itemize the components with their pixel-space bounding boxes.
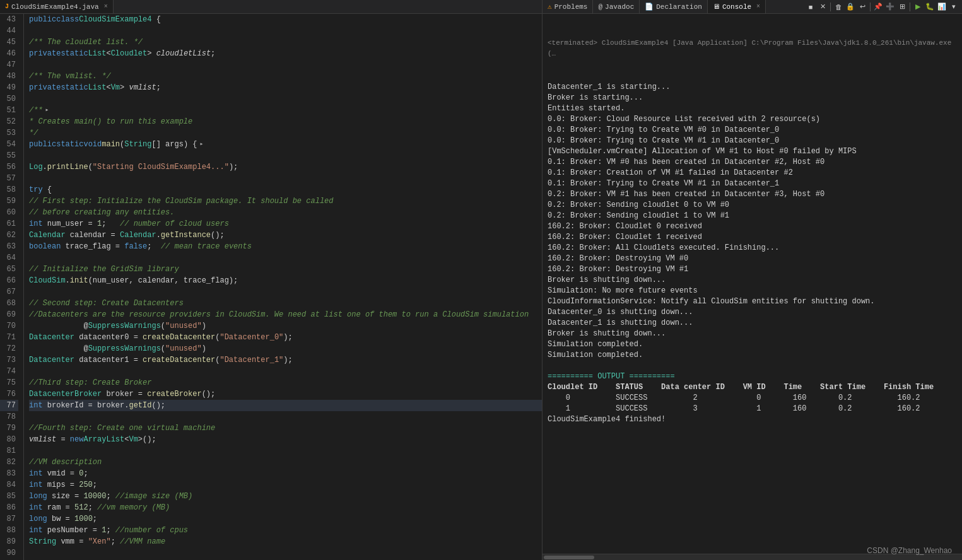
code-line: long size = 10000; //image size (MB) — [29, 491, 542, 502]
tab-javadoc[interactable]: @ Javadoc — [593, 0, 640, 13]
code-line: public class CloudSimExample4 { — [29, 14, 542, 25]
run-btn[interactable]: ▶ — [912, 1, 924, 13]
problems-icon: ⚠ — [548, 3, 552, 11]
line-number: 79 — [0, 423, 18, 434]
tab-declaration[interactable]: 📄 Declaration — [640, 0, 708, 13]
line-number: 56 — [0, 161, 18, 173]
chevron-down-btn[interactable]: ▾ — [948, 1, 959, 13]
line-number: 54 — [0, 139, 18, 150]
line-number: 84 — [0, 479, 18, 491]
console-line: 160.2: Broker: Cloudlet 1 received — [548, 232, 957, 243]
watermark: CSDN @Zhang_Wenhao — [867, 546, 952, 555]
tab-console-label: Console — [722, 3, 751, 11]
editor-tab-close[interactable]: × — [104, 3, 108, 10]
code-line: //Third step: Create Broker — [29, 377, 542, 388]
debug-btn[interactable]: 🐛 — [924, 1, 936, 13]
code-line — [29, 366, 542, 377]
open-console-btn[interactable]: ⊞ — [896, 1, 908, 13]
right-panel: ⚠ Problems @ Javadoc 📄 Declaration 🖥 Con… — [543, 0, 962, 560]
line-number: 50 — [0, 93, 18, 105]
console-line: Cloudlet ID STATUS Data center ID VM ID … — [548, 382, 957, 393]
line-number: 47 — [0, 59, 18, 71]
word-wrap-btn[interactable]: ↩ — [857, 1, 868, 13]
console-line: Broker is starting... — [548, 93, 957, 103]
line-number: 67 — [0, 286, 18, 298]
console-tab-close[interactable]: × — [756, 3, 760, 10]
tab-problems-label: Problems — [554, 3, 588, 11]
console-line: 160.2: Broker: Destroying VM #1 — [548, 264, 957, 275]
line-number: 58 — [0, 184, 18, 195]
line-number: 82 — [0, 457, 18, 468]
editor-tab-file[interactable]: J CloudSimExample4.java × — [0, 0, 114, 13]
code-line: * Creates main() to run this example — [29, 116, 542, 127]
code-line: int pesNumber = 1; //number of cpus — [29, 525, 542, 536]
code-line: //VM description — [29, 457, 542, 468]
code-line: Datacenter datacenter0 = createDatacente… — [29, 332, 542, 343]
editor-panel: J CloudSimExample4.java × 43444546474849… — [0, 0, 543, 560]
tab-problems[interactable]: ⚠ Problems — [543, 0, 593, 13]
line-number: 51 — [0, 105, 18, 116]
line-number: 53 — [0, 127, 18, 139]
console-line: 0.1: Broker: VM #0 has been created in D… — [548, 157, 957, 168]
line-number: 71 — [0, 332, 18, 343]
toolbar-sep1 — [830, 3, 831, 11]
remove-btn[interactable]: ✕ — [817, 1, 828, 13]
code-line: //Fourth step: Create one virtual machin… — [29, 423, 542, 434]
new-console-btn[interactable]: ➕ — [884, 1, 896, 13]
code-line: /**▸ — [29, 105, 542, 116]
collapse-arrow[interactable]: ▸ — [45, 105, 49, 116]
code-line: // First step: Initialize the CloudSim p… — [29, 195, 542, 207]
console-line: Broker is shutting down... — [548, 275, 957, 286]
console-output[interactable]: <terminated> CloudSimExample4 [Java Appl… — [543, 14, 962, 554]
code-line: // Second step: Create Datacenters — [29, 298, 542, 309]
code-line — [29, 445, 542, 457]
line-number: 45 — [0, 37, 18, 48]
code-line: try { — [29, 184, 542, 195]
tab-javadoc-label: Javadoc — [605, 3, 634, 11]
code-line: private static List<Cloudlet> cloudletLi… — [29, 48, 542, 59]
collapse-arrow[interactable]: ▸ — [200, 139, 204, 150]
console-line: 160.2: Broker: All Cloudlets executed. F… — [548, 243, 957, 254]
code-line: */ — [29, 127, 542, 139]
scroll-lock-btn[interactable]: 🔒 — [845, 1, 856, 13]
console-icon: 🖥 — [713, 3, 720, 11]
tab-console[interactable]: 🖥 Console × — [708, 0, 766, 13]
pin-btn[interactable]: 📌 — [872, 1, 884, 13]
console-line: 0.0: Broker: Trying to Create VM #1 in D… — [548, 136, 957, 146]
code-line — [29, 411, 542, 423]
tab-declaration-label: Declaration — [656, 3, 702, 11]
code-line: // Initialize the GridSim library — [29, 264, 542, 275]
code-content[interactable]: public class CloudSimExample4 { /** The … — [24, 14, 542, 560]
console-header: <terminated> CloudSimExample4 [Java Appl… — [548, 38, 957, 59]
scrollbar-thumb — [544, 556, 594, 559]
clear-btn[interactable]: 🗑 — [833, 1, 844, 13]
line-number: 65 — [0, 264, 18, 275]
console-line: 160.2: Broker: Destroying VM #0 — [548, 254, 957, 264]
line-number: 63 — [0, 241, 18, 252]
console-line: 160.2: Broker: Cloudlet 0 received — [548, 221, 957, 232]
code-line: /** The vmlist. */ — [29, 71, 542, 82]
line-number: 69 — [0, 309, 18, 320]
console-line: Datacenter_1 is starting... — [548, 82, 957, 93]
line-number: 86 — [0, 502, 18, 513]
line-number: 64 — [0, 252, 18, 264]
code-line: int ram = 512; //vm memory (MB) — [29, 502, 542, 513]
console-line: 0.0: Broker: Trying to Create VM #0 in D… — [548, 125, 957, 136]
profile-btn[interactable]: 📊 — [936, 1, 947, 13]
console-line: 0 SUCCESS 2 0 160 0.2 160.2 — [548, 393, 957, 404]
code-line: Calendar calendar = Calendar.getInstance… — [29, 230, 542, 241]
terminate-btn[interactable]: ■ — [805, 1, 816, 13]
code-line: private static List<Vm> vmlist; — [29, 82, 542, 93]
line-number: 60 — [0, 207, 18, 218]
code-line — [29, 59, 542, 71]
console-line: ========== OUTPUT ========== — [548, 371, 957, 382]
console-line: Broker is shutting down... — [548, 329, 957, 339]
code-line: Datacenter datacenter1 = createDatacente… — [29, 354, 542, 366]
line-number: 66 — [0, 275, 18, 286]
line-number: 43 — [0, 14, 18, 25]
javadoc-icon: @ — [598, 3, 602, 11]
console-line: 0.2: Broker: Sending cloudlet 1 to VM #1 — [548, 211, 957, 221]
code-line — [29, 173, 542, 184]
console-line: CloudInformationService: Notify all Clou… — [548, 296, 957, 307]
line-number: 73 — [0, 354, 18, 366]
